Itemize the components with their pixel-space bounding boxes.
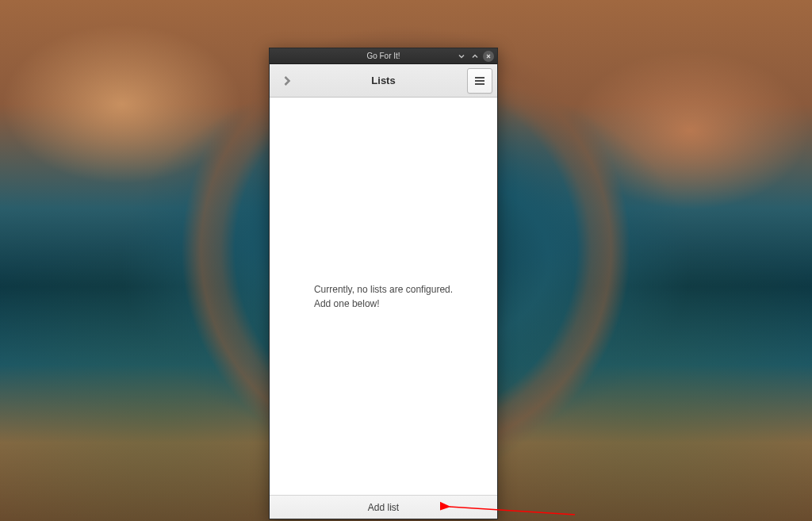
empty-state-message: Currently, no lists are configured. Add … xyxy=(314,282,453,311)
empty-state-line1: Currently, no lists are configured. xyxy=(314,282,453,297)
svg-rect-0 xyxy=(475,77,485,79)
add-list-label: Add list xyxy=(368,502,399,513)
page-title: Lists xyxy=(304,75,462,86)
content-area: Currently, no lists are configured. Add … xyxy=(270,98,497,495)
add-list-button[interactable]: Add list xyxy=(270,495,497,519)
svg-rect-2 xyxy=(475,83,485,85)
maximize-button[interactable] xyxy=(469,51,481,62)
back-button[interactable] xyxy=(274,68,300,94)
app-window: Go For It! Lists xyxy=(269,48,498,519)
header-bar: Lists xyxy=(270,64,497,98)
hamburger-icon xyxy=(474,76,485,86)
chevron-right-icon xyxy=(281,75,293,87)
window-title: Go For It! xyxy=(366,52,400,60)
minimize-button[interactable] xyxy=(456,51,467,62)
svg-rect-1 xyxy=(475,80,485,82)
close-button[interactable] xyxy=(483,51,494,62)
window-titlebar[interactable]: Go For It! xyxy=(270,48,497,64)
chevron-up-icon xyxy=(471,52,479,60)
empty-state-line2: Add one below! xyxy=(314,297,453,311)
chevron-down-icon xyxy=(458,52,465,60)
menu-button[interactable] xyxy=(467,68,492,94)
window-controls xyxy=(456,51,494,62)
close-icon xyxy=(485,53,492,59)
